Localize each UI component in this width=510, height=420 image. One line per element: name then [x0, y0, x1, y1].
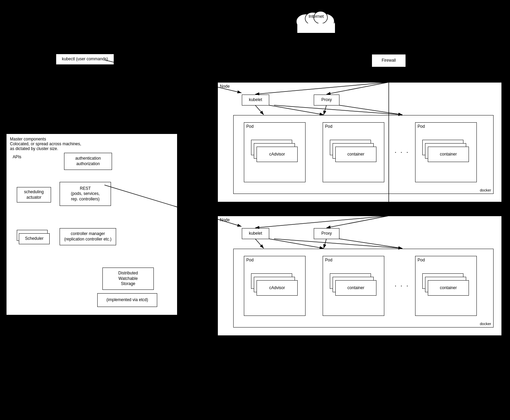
- svg-line-19: [106, 111, 130, 134]
- node2-cadvisor3: cAdvisor: [257, 280, 298, 296]
- apis-label: APIs: [13, 155, 21, 159]
- node1-pod2-label: Pod: [325, 124, 332, 129]
- scheduler2-box: Scheduler: [19, 233, 50, 244]
- node1-proxy: Proxy: [314, 95, 339, 106]
- node2-pod1: Pod cAdvisor cAdvisor cAdvisor: [244, 256, 306, 316]
- node2-pod2: Pod container container container: [323, 256, 384, 316]
- node2-kubelet-label: kubelet: [249, 231, 262, 236]
- node1-container: Node kubelet Proxy docker Pod cAdvisor c…: [217, 82, 502, 202]
- node2-kubelet: kubelet: [242, 228, 269, 239]
- node1-kubelet-label: kubelet: [249, 97, 262, 103]
- internet-label: Internet: [294, 14, 338, 19]
- node2-proxy: Proxy: [314, 228, 339, 239]
- node1-pod1-label: Pod: [246, 124, 253, 129]
- node1-pod3-label: Pod: [418, 124, 425, 129]
- node2-dots: · · ·: [395, 282, 409, 289]
- node2-pod2-label: Pod: [325, 258, 332, 262]
- svg-rect-5: [297, 23, 335, 33]
- master-container: Master components Colocated, or spread a…: [6, 134, 177, 315]
- node2-pod1-label: Pod: [246, 258, 253, 262]
- internet-cloud: Internet: [294, 6, 338, 34]
- etcd-box: (implemented via etcd): [97, 293, 157, 307]
- node1-dots: · · ·: [395, 148, 409, 156]
- node1-pod1: Pod cAdvisor cAdvisor cAdvisor: [244, 122, 306, 182]
- node1-container2c: container: [428, 147, 469, 162]
- node2-proxy-label: Proxy: [321, 231, 332, 236]
- auth-label: authenticationauthorization: [75, 156, 101, 166]
- rest-label: REST(pods, services,rep. controllers): [71, 186, 100, 202]
- svg-line-7: [316, 34, 389, 54]
- node2-label: Node: [220, 218, 230, 222]
- node1-pod2: Pod container container container: [323, 122, 384, 182]
- kubectl-label: kubectl (user commands): [62, 57, 108, 62]
- node2-container1c: container: [335, 280, 376, 296]
- scheduling-box: schedulingactuator: [17, 187, 51, 202]
- auth-box: authenticationauthorization: [64, 153, 112, 170]
- master-label: Master components Colocated, or spread a…: [10, 137, 81, 151]
- storage-label: DistributedWatchableStorage: [118, 271, 138, 287]
- scheduler2-label: Scheduler: [25, 236, 43, 242]
- storage-box: DistributedWatchableStorage: [102, 268, 154, 290]
- node1-label: Node: [220, 84, 230, 89]
- node1-docker: docker Pod cAdvisor cAdvisor cAdvisor Po…: [233, 115, 494, 194]
- node2-container: Node kubelet Proxy docker Pod cAdvisor c…: [217, 216, 502, 336]
- node1-container1c: container: [335, 147, 376, 162]
- controller-box: controller manager(replication controlle…: [60, 228, 116, 245]
- diagram: Internet Firewall kubectl (user commands…: [0, 0, 510, 420]
- node2-container2c: container: [428, 280, 469, 296]
- controller-label: controller manager(replication controlle…: [64, 231, 111, 242]
- node1-docker-label: docker: [480, 188, 491, 192]
- firewall-box: Firewall: [372, 54, 406, 67]
- firewall-label: Firewall: [382, 58, 396, 63]
- svg-line-18: [104, 72, 130, 134]
- node1-proxy-label: Proxy: [321, 97, 332, 103]
- node1-cadvisor3: cAdvisor: [257, 147, 298, 162]
- scheduling-label: schedulingactuator: [24, 189, 43, 200]
- node2-docker-label: docker: [480, 322, 491, 326]
- node2-docker: docker Pod cAdvisor cAdvisor cAdvisor Po…: [233, 249, 494, 328]
- etcd-label: (implemented via etcd): [107, 297, 148, 303]
- node1-pod3: Pod container container container: [415, 122, 477, 182]
- rest-box: REST(pods, services,rep. controllers): [60, 182, 111, 206]
- kubectl-box: kubectl (user commands): [56, 54, 114, 65]
- node2-pod3: Pod container container container: [415, 256, 477, 316]
- node1-kubelet: kubelet: [242, 95, 269, 106]
- node2-pod3-label: Pod: [418, 258, 425, 262]
